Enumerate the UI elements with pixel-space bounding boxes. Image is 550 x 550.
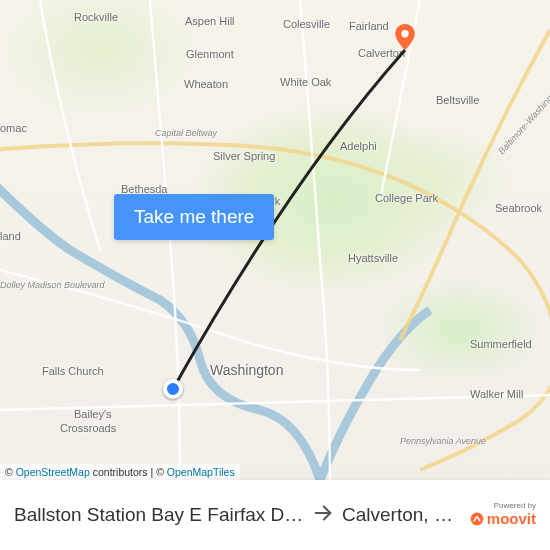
destination-marker[interactable]: [392, 24, 418, 50]
arrow-right-icon: [312, 502, 334, 529]
take-me-there-button[interactable]: Take me there: [114, 194, 274, 240]
svg-point-2: [470, 513, 483, 526]
moovit-logo: moovit: [470, 511, 536, 528]
route-from: Ballston Station Bay E Fairfax Dr E…: [14, 504, 304, 526]
route-footer: Ballston Station Bay E Fairfax Dr E… Cal…: [0, 480, 550, 550]
map-viewport[interactable]: Rockville Aspen Hill Colesville Fairland…: [0, 0, 550, 480]
origin-marker[interactable]: [163, 379, 183, 399]
route-to: Calverton, M…: [342, 504, 460, 526]
map-terrain: [0, 0, 550, 480]
moovit-name: moovit: [487, 511, 536, 528]
route-summary: Ballston Station Bay E Fairfax Dr E… Cal…: [14, 502, 460, 529]
svg-point-0: [401, 30, 408, 37]
pin-icon: [392, 24, 418, 50]
moovit-badge[interactable]: Powered by moovit: [470, 502, 536, 527]
moovit-icon: [470, 512, 484, 526]
